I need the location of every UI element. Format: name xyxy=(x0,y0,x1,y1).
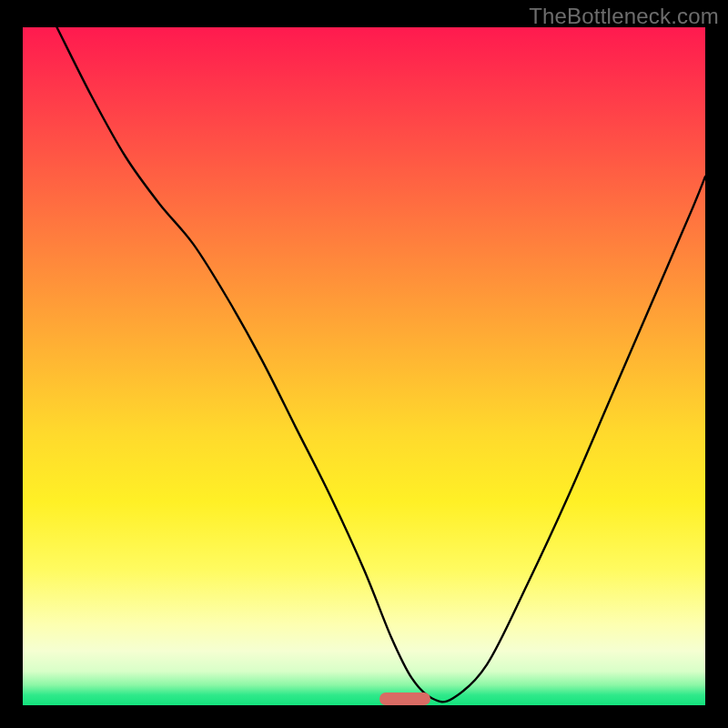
watermark-label: TheBottleneck.com xyxy=(529,4,719,29)
optimal-range-marker xyxy=(379,693,430,705)
bottleneck-curve xyxy=(23,27,705,705)
plot-area xyxy=(23,27,705,705)
chart-frame: TheBottleneck.com xyxy=(0,0,728,728)
curve-path xyxy=(57,27,706,702)
